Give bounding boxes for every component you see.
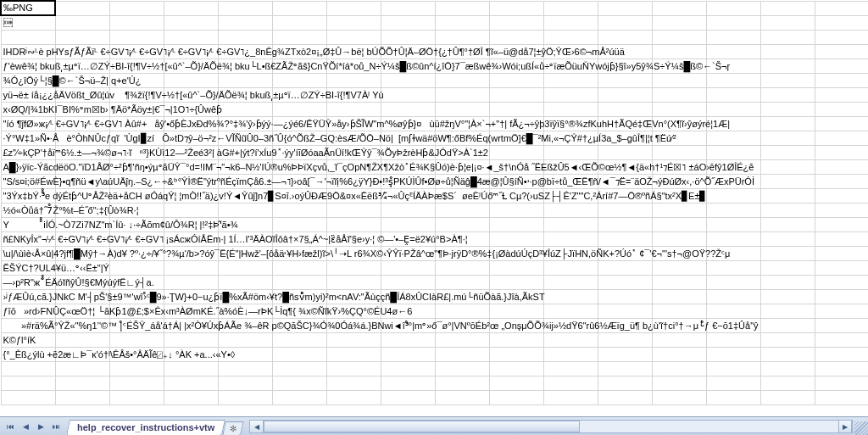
grid-cell[interactable] [815, 289, 868, 304]
grid-cell[interactable] [543, 332, 598, 347]
grid-cell[interactable] [381, 102, 435, 116]
grid-cell[interactable] [164, 260, 218, 275]
grid-cell[interactable] [218, 332, 272, 347]
grid-cell[interactable] [598, 289, 652, 304]
grid-cell[interactable] [489, 361, 543, 376]
grid-cell[interactable] [543, 30, 598, 44]
grid-cell[interactable] [815, 116, 868, 131]
grid-cell[interactable] [435, 15, 489, 30]
grid-cell[interactable] [706, 87, 760, 102]
grid-cell[interactable] [706, 304, 760, 318]
grid-cell[interactable] [381, 203, 435, 217]
grid-cell[interactable]: ñ£NKyÎx"¬ᴸ∕ᴸ €÷GV˥¡∕ᴸ €÷GV˥¡∕ᴸ €÷GV˥ ¡sÁ… [1, 231, 55, 246]
grid-cell[interactable] [760, 102, 815, 116]
grid-cell[interactable] [218, 203, 272, 217]
grid-cell[interactable] [543, 102, 598, 116]
grid-cell[interactable] [760, 332, 815, 347]
grid-cell[interactable] [435, 275, 489, 289]
grid-cell[interactable] [326, 1, 381, 15]
grid-cell[interactable] [272, 332, 326, 347]
grid-cell[interactable] [435, 1, 489, 15]
grid-cell[interactable] [543, 15, 598, 30]
grid-cell[interactable] [435, 87, 489, 102]
grid-cell[interactable] [543, 145, 598, 159]
grid-cell[interactable] [55, 376, 109, 390]
grid-cell[interactable] [55, 390, 109, 404]
grid-cell[interactable] [543, 289, 598, 304]
grid-cell[interactable] [381, 1, 435, 15]
grid-cell[interactable] [164, 390, 218, 404]
grid-cell[interactable] [652, 44, 706, 59]
grid-cell[interactable] [489, 1, 543, 15]
tab-nav-next[interactable]: ▶ [34, 420, 47, 433]
grid-cell[interactable]: A█}›ÿïc-ÝãcdëöO."ïD1ÅØ°÷²ƥ¶'ñŋ•ýµᵒãÜŶ¯°d… [1, 159, 55, 174]
grid-cell[interactable] [164, 203, 218, 217]
grid-cell[interactable] [381, 15, 435, 30]
grid-cell[interactable] [652, 260, 706, 275]
grid-cell[interactable]: K©ƒl°íK [1, 332, 55, 347]
grid-cell[interactable] [543, 275, 598, 289]
grid-cell[interactable] [598, 347, 652, 361]
grid-cell[interactable] [381, 347, 435, 361]
resize-grip[interactable] [854, 421, 868, 435]
grid-cell[interactable] [109, 376, 164, 390]
grid-cell[interactable] [326, 203, 381, 217]
grid-cell[interactable] [435, 376, 489, 390]
grid-cell[interactable] [326, 347, 381, 361]
grid-cell[interactable] [760, 361, 815, 376]
grid-cell[interactable] [435, 304, 489, 318]
grid-cell[interactable] [815, 231, 868, 246]
grid-cell[interactable] [652, 347, 706, 361]
grid-cell[interactable] [489, 347, 543, 361]
grid-cell[interactable] [760, 318, 815, 332]
grid-cell[interactable] [326, 332, 381, 347]
grid-cell[interactable] [326, 30, 381, 44]
grid-cell[interactable] [109, 260, 164, 275]
grid-cell[interactable] [381, 275, 435, 289]
grid-cell[interactable]: IHDRʲ∾ᴸè pHYsƒÃƒÃïᴸ €÷GV˥¡∕ᴸ €÷GV˥¡∕ᴸ €÷… [1, 44, 55, 59]
grid-cell[interactable] [218, 275, 272, 289]
grid-cell[interactable] [543, 304, 598, 318]
grid-cell[interactable]: \u|/\ùìè‹Å×û|4?jf¶█Mŷ†→À)d¥ ?º·¿÷/¥˝°?¾µ… [1, 246, 55, 260]
grid-cell[interactable] [760, 304, 815, 318]
grid-cell[interactable] [598, 203, 652, 217]
grid-cell[interactable] [218, 73, 272, 87]
grid-cell[interactable] [760, 231, 815, 246]
grid-cell[interactable]: yü¬ë± íå¡¿¿åÄVößt_Øû¦úv ¶¾žï{!¶V÷½†[«û^`… [1, 87, 55, 102]
grid-cell[interactable] [706, 376, 760, 390]
grid-cell[interactable] [815, 44, 868, 59]
grid-cell[interactable] [164, 275, 218, 289]
hscroll-track[interactable] [264, 421, 838, 432]
grid-cell[interactable] [218, 376, 272, 390]
grid-cell[interactable] [706, 390, 760, 404]
grid-cell[interactable] [652, 73, 706, 87]
grid-cell[interactable] [543, 87, 598, 102]
insert-worksheet-button[interactable]: ✻ [223, 421, 244, 435]
grid-cell[interactable] [489, 203, 543, 217]
grid-cell[interactable] [381, 260, 435, 275]
grid-cell[interactable] [760, 159, 815, 174]
grid-cell[interactable] [760, 87, 815, 102]
grid-cell[interactable] [598, 217, 652, 231]
grid-cell[interactable] [543, 217, 598, 231]
grid-cell[interactable] [760, 217, 815, 231]
grid-cell[interactable] [598, 87, 652, 102]
grid-cell[interactable] [815, 30, 868, 44]
tab-nav-prev[interactable]: ◀ [19, 420, 32, 433]
grid-cell[interactable] [598, 332, 652, 347]
grid-cell[interactable] [1, 376, 55, 390]
tab-nav-first[interactable]: ⏮ [3, 420, 17, 433]
grid-cell[interactable] [272, 30, 326, 44]
grid-cell[interactable] [815, 376, 868, 390]
grid-cell[interactable] [489, 332, 543, 347]
grid-cell[interactable] [164, 15, 218, 30]
grid-cell[interactable] [55, 332, 109, 347]
grid-cell[interactable] [164, 376, 218, 390]
grid-cell[interactable] [598, 102, 652, 116]
grid-cell[interactable] [652, 332, 706, 347]
grid-cell[interactable] [435, 30, 489, 44]
grid-cell[interactable] [760, 131, 815, 145]
grid-cell[interactable] [109, 15, 164, 30]
grid-cell[interactable] [164, 332, 218, 347]
grid-cell[interactable] [326, 376, 381, 390]
